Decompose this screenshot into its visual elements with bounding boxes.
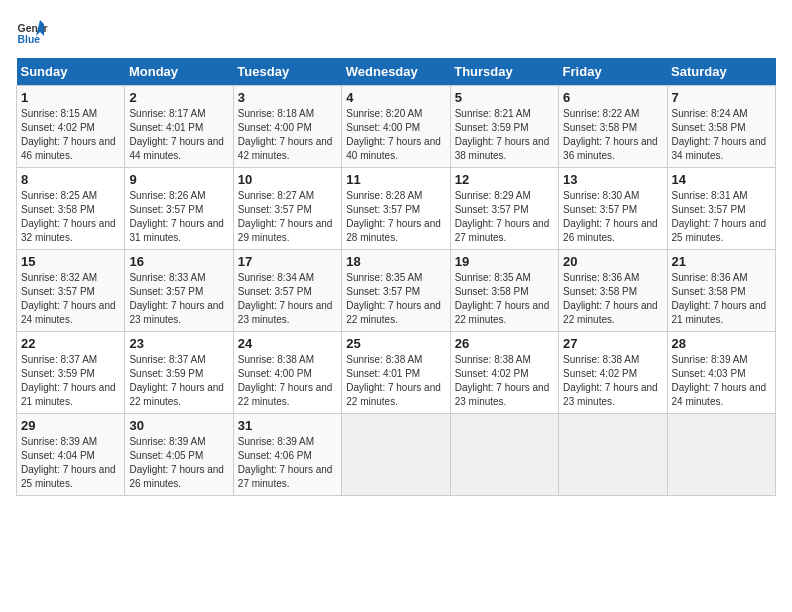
calendar-cell: 8Sunrise: 8:25 AMSunset: 3:58 PMDaylight…	[17, 168, 125, 250]
calendar-table: SundayMondayTuesdayWednesdayThursdayFrid…	[16, 58, 776, 496]
day-info: Sunrise: 8:35 AMSunset: 3:57 PMDaylight:…	[346, 271, 445, 327]
day-info: Sunrise: 8:21 AMSunset: 3:59 PMDaylight:…	[455, 107, 554, 163]
day-info: Sunrise: 8:18 AMSunset: 4:00 PMDaylight:…	[238, 107, 337, 163]
logo-icon: General Blue	[16, 16, 48, 48]
calendar-cell: 23Sunrise: 8:37 AMSunset: 3:59 PMDayligh…	[125, 332, 233, 414]
day-info: Sunrise: 8:15 AMSunset: 4:02 PMDaylight:…	[21, 107, 120, 163]
day-info: Sunrise: 8:31 AMSunset: 3:57 PMDaylight:…	[672, 189, 771, 245]
day-info: Sunrise: 8:37 AMSunset: 3:59 PMDaylight:…	[21, 353, 120, 409]
calendar-cell: 29Sunrise: 8:39 AMSunset: 4:04 PMDayligh…	[17, 414, 125, 496]
day-number: 22	[21, 336, 120, 351]
calendar-cell: 4Sunrise: 8:20 AMSunset: 4:00 PMDaylight…	[342, 86, 450, 168]
day-number: 1	[21, 90, 120, 105]
day-number: 2	[129, 90, 228, 105]
calendar-cell	[667, 414, 775, 496]
calendar-cell: 1Sunrise: 8:15 AMSunset: 4:02 PMDaylight…	[17, 86, 125, 168]
day-number: 3	[238, 90, 337, 105]
day-info: Sunrise: 8:29 AMSunset: 3:57 PMDaylight:…	[455, 189, 554, 245]
day-number: 30	[129, 418, 228, 433]
day-number: 16	[129, 254, 228, 269]
calendar-cell: 3Sunrise: 8:18 AMSunset: 4:00 PMDaylight…	[233, 86, 341, 168]
day-info: Sunrise: 8:38 AMSunset: 4:01 PMDaylight:…	[346, 353, 445, 409]
day-number: 18	[346, 254, 445, 269]
page-header: General Blue	[16, 16, 776, 48]
column-header-friday: Friday	[559, 58, 667, 86]
calendar-week-1: 1Sunrise: 8:15 AMSunset: 4:02 PMDaylight…	[17, 86, 776, 168]
calendar-week-4: 22Sunrise: 8:37 AMSunset: 3:59 PMDayligh…	[17, 332, 776, 414]
calendar-cell: 30Sunrise: 8:39 AMSunset: 4:05 PMDayligh…	[125, 414, 233, 496]
calendar-cell: 7Sunrise: 8:24 AMSunset: 3:58 PMDaylight…	[667, 86, 775, 168]
day-info: Sunrise: 8:37 AMSunset: 3:59 PMDaylight:…	[129, 353, 228, 409]
calendar-cell: 13Sunrise: 8:30 AMSunset: 3:57 PMDayligh…	[559, 168, 667, 250]
day-info: Sunrise: 8:39 AMSunset: 4:05 PMDaylight:…	[129, 435, 228, 491]
day-info: Sunrise: 8:38 AMSunset: 4:02 PMDaylight:…	[455, 353, 554, 409]
day-number: 24	[238, 336, 337, 351]
column-header-thursday: Thursday	[450, 58, 558, 86]
day-number: 26	[455, 336, 554, 351]
day-info: Sunrise: 8:38 AMSunset: 4:00 PMDaylight:…	[238, 353, 337, 409]
column-header-sunday: Sunday	[17, 58, 125, 86]
calendar-cell: 19Sunrise: 8:35 AMSunset: 3:58 PMDayligh…	[450, 250, 558, 332]
day-info: Sunrise: 8:20 AMSunset: 4:00 PMDaylight:…	[346, 107, 445, 163]
day-info: Sunrise: 8:36 AMSunset: 3:58 PMDaylight:…	[672, 271, 771, 327]
column-header-saturday: Saturday	[667, 58, 775, 86]
calendar-cell: 2Sunrise: 8:17 AMSunset: 4:01 PMDaylight…	[125, 86, 233, 168]
logo: General Blue	[16, 16, 48, 48]
day-info: Sunrise: 8:22 AMSunset: 3:58 PMDaylight:…	[563, 107, 662, 163]
calendar-cell: 25Sunrise: 8:38 AMSunset: 4:01 PMDayligh…	[342, 332, 450, 414]
calendar-cell: 24Sunrise: 8:38 AMSunset: 4:00 PMDayligh…	[233, 332, 341, 414]
calendar-cell: 17Sunrise: 8:34 AMSunset: 3:57 PMDayligh…	[233, 250, 341, 332]
day-number: 9	[129, 172, 228, 187]
column-header-monday: Monday	[125, 58, 233, 86]
calendar-cell: 5Sunrise: 8:21 AMSunset: 3:59 PMDaylight…	[450, 86, 558, 168]
column-header-wednesday: Wednesday	[342, 58, 450, 86]
day-number: 28	[672, 336, 771, 351]
calendar-cell	[450, 414, 558, 496]
calendar-cell: 27Sunrise: 8:38 AMSunset: 4:02 PMDayligh…	[559, 332, 667, 414]
day-number: 12	[455, 172, 554, 187]
day-number: 4	[346, 90, 445, 105]
calendar-cell: 12Sunrise: 8:29 AMSunset: 3:57 PMDayligh…	[450, 168, 558, 250]
day-info: Sunrise: 8:36 AMSunset: 3:58 PMDaylight:…	[563, 271, 662, 327]
day-number: 19	[455, 254, 554, 269]
day-number: 17	[238, 254, 337, 269]
calendar-cell: 31Sunrise: 8:39 AMSunset: 4:06 PMDayligh…	[233, 414, 341, 496]
calendar-cell	[342, 414, 450, 496]
day-info: Sunrise: 8:26 AMSunset: 3:57 PMDaylight:…	[129, 189, 228, 245]
calendar-cell: 6Sunrise: 8:22 AMSunset: 3:58 PMDaylight…	[559, 86, 667, 168]
day-info: Sunrise: 8:17 AMSunset: 4:01 PMDaylight:…	[129, 107, 228, 163]
day-number: 8	[21, 172, 120, 187]
day-info: Sunrise: 8:39 AMSunset: 4:06 PMDaylight:…	[238, 435, 337, 491]
calendar-cell: 9Sunrise: 8:26 AMSunset: 3:57 PMDaylight…	[125, 168, 233, 250]
day-number: 25	[346, 336, 445, 351]
day-number: 31	[238, 418, 337, 433]
day-info: Sunrise: 8:25 AMSunset: 3:58 PMDaylight:…	[21, 189, 120, 245]
calendar-cell	[559, 414, 667, 496]
day-number: 7	[672, 90, 771, 105]
day-info: Sunrise: 8:39 AMSunset: 4:03 PMDaylight:…	[672, 353, 771, 409]
calendar-cell: 10Sunrise: 8:27 AMSunset: 3:57 PMDayligh…	[233, 168, 341, 250]
calendar-cell: 21Sunrise: 8:36 AMSunset: 3:58 PMDayligh…	[667, 250, 775, 332]
day-info: Sunrise: 8:34 AMSunset: 3:57 PMDaylight:…	[238, 271, 337, 327]
day-info: Sunrise: 8:24 AMSunset: 3:58 PMDaylight:…	[672, 107, 771, 163]
calendar-week-5: 29Sunrise: 8:39 AMSunset: 4:04 PMDayligh…	[17, 414, 776, 496]
calendar-cell: 28Sunrise: 8:39 AMSunset: 4:03 PMDayligh…	[667, 332, 775, 414]
day-number: 21	[672, 254, 771, 269]
calendar-cell: 22Sunrise: 8:37 AMSunset: 3:59 PMDayligh…	[17, 332, 125, 414]
day-info: Sunrise: 8:38 AMSunset: 4:02 PMDaylight:…	[563, 353, 662, 409]
day-info: Sunrise: 8:35 AMSunset: 3:58 PMDaylight:…	[455, 271, 554, 327]
day-info: Sunrise: 8:28 AMSunset: 3:57 PMDaylight:…	[346, 189, 445, 245]
day-number: 5	[455, 90, 554, 105]
day-info: Sunrise: 8:30 AMSunset: 3:57 PMDaylight:…	[563, 189, 662, 245]
calendar-week-3: 15Sunrise: 8:32 AMSunset: 3:57 PMDayligh…	[17, 250, 776, 332]
calendar-cell: 16Sunrise: 8:33 AMSunset: 3:57 PMDayligh…	[125, 250, 233, 332]
day-number: 27	[563, 336, 662, 351]
calendar-cell: 11Sunrise: 8:28 AMSunset: 3:57 PMDayligh…	[342, 168, 450, 250]
svg-text:Blue: Blue	[18, 34, 41, 45]
day-number: 14	[672, 172, 771, 187]
calendar-cell: 15Sunrise: 8:32 AMSunset: 3:57 PMDayligh…	[17, 250, 125, 332]
day-info: Sunrise: 8:39 AMSunset: 4:04 PMDaylight:…	[21, 435, 120, 491]
day-number: 20	[563, 254, 662, 269]
calendar-cell: 26Sunrise: 8:38 AMSunset: 4:02 PMDayligh…	[450, 332, 558, 414]
day-number: 29	[21, 418, 120, 433]
